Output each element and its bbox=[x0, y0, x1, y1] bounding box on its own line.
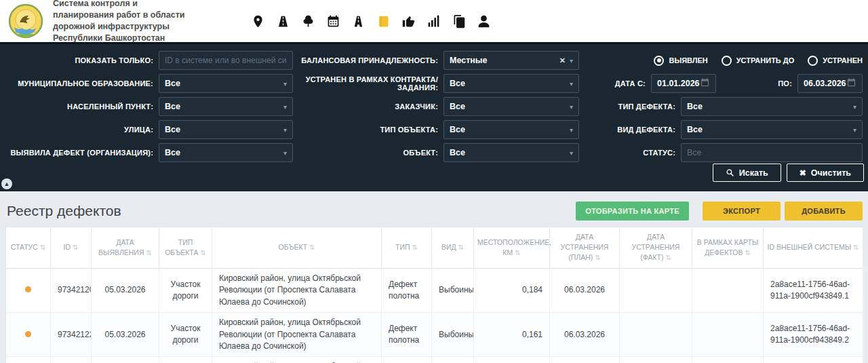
col-type[interactable]: ТИП⇅ bbox=[382, 227, 432, 269]
table-row[interactable]: 97342120 05.03.2026 Участок дороги Киров… bbox=[6, 268, 863, 312]
date-from-field[interactable]: 01.01.2026 bbox=[651, 74, 716, 93]
settlement-select[interactable]: Все ▾ bbox=[159, 97, 293, 116]
filter-actions: Искать ✖ Очистить bbox=[713, 164, 864, 182]
col-date-fact[interactable]: ДАТА УСТРАНЕНИЯ (ФАКТ)⇅ bbox=[620, 227, 692, 269]
table-row[interactable]: 97342122 05.03.2026 Участок дороги Киров… bbox=[6, 313, 863, 357]
status-cell bbox=[6, 313, 51, 357]
collapse-filters-button[interactable]: ▲ bbox=[1, 178, 12, 189]
documents-icon[interactable] bbox=[450, 13, 467, 29]
id-cell: 97342159 bbox=[51, 357, 92, 363]
kind-cell: Выбоины bbox=[432, 268, 474, 312]
sort-icon: ⇅ bbox=[40, 244, 45, 251]
municipality-select[interactable]: Все ▾ bbox=[159, 74, 293, 93]
table-row[interactable]: 97342159 05.03.2026 Участок дороги Киров… bbox=[6, 357, 863, 363]
defect-card-cell bbox=[692, 268, 764, 312]
sort-icon: ⇅ bbox=[515, 249, 520, 256]
location-cell: 0,177 bbox=[474, 357, 550, 363]
date-fact-cell bbox=[620, 268, 692, 312]
map-pin-icon[interactable] bbox=[250, 13, 266, 29]
date-to-field[interactable]: 06.03.2026 bbox=[797, 74, 863, 93]
chevron-down-icon: ▾ bbox=[570, 57, 573, 64]
external-id-cell: 2a8ace11-1756-46ad-911a-1900cf943849.1 bbox=[764, 268, 863, 312]
settlement-label: НАСЕЛЕННЫЙ ПУНКТ: bbox=[5, 102, 153, 111]
id-cell: 97342122 bbox=[51, 313, 92, 357]
tree-icon[interactable] bbox=[300, 13, 316, 29]
kind-cell: Выбоины bbox=[432, 313, 474, 357]
sort-icon: ⇅ bbox=[309, 244, 315, 251]
col-date-found[interactable]: ДАТА ВЫЯВЛЕНИЯ⇅ bbox=[92, 227, 159, 269]
chevron-down-icon: ▾ bbox=[570, 149, 573, 157]
col-id[interactable]: ID⇅ bbox=[51, 227, 92, 269]
object-type-label: ТИП ОБЪЕКТА: bbox=[294, 126, 438, 134]
chevron-down-icon: ▾ bbox=[283, 103, 287, 111]
sort-icon: ⇅ bbox=[412, 244, 418, 251]
object-cell: Кировский район, улица Октябрьской Револ… bbox=[212, 268, 382, 312]
col-status[interactable]: СТАТУС⇅ bbox=[6, 227, 51, 269]
radio-ustranit-do[interactable]: УСТРАНИТЬ ДО bbox=[722, 56, 794, 66]
sort-icon: ⇅ bbox=[146, 249, 151, 256]
location-cell: 0,161 bbox=[474, 313, 550, 357]
show-on-map-button[interactable]: ОТОБРАЗИТЬ НА КАРТЕ bbox=[576, 202, 689, 221]
fixed-in-contract-select[interactable]: Все ▾ bbox=[443, 74, 579, 93]
object-select[interactable]: Все ▾ bbox=[443, 143, 579, 162]
defect-card-cell bbox=[692, 357, 764, 363]
add-button[interactable]: ДОБАВИТЬ bbox=[785, 202, 863, 221]
street-select[interactable]: Все ▾ bbox=[159, 120, 293, 139]
clear-selection-icon[interactable]: ✕ bbox=[559, 56, 566, 65]
defect-type-select[interactable]: Все ▾ bbox=[681, 97, 863, 116]
object-cell: Кировский район, улица Октябрьской Револ… bbox=[212, 313, 382, 357]
sort-icon: ⇅ bbox=[73, 244, 78, 251]
defects-journal-icon[interactable] bbox=[375, 13, 391, 29]
registry-bar: Реестр дефектов ОТОБРАЗИТЬ НА КАРТЕ ЭКСП… bbox=[0, 191, 868, 227]
customer-select[interactable]: Все ▾ bbox=[443, 97, 579, 116]
radio-vyyavlen[interactable]: ВЫЯВЛЕН bbox=[654, 56, 707, 66]
show-only-input[interactable] bbox=[165, 52, 287, 69]
chevron-down-icon: ▾ bbox=[570, 103, 573, 111]
col-external-id[interactable]: ID ВНЕШНЕЙ СИСТЕМЫ⇅ bbox=[764, 227, 863, 269]
street-label: УЛИЦА: bbox=[5, 126, 153, 134]
road-objects-icon[interactable] bbox=[350, 13, 366, 29]
balance-label: БАЛАНСОВАЯ ПРИНАДЛЕЖНОСТЬ: bbox=[294, 56, 438, 64]
municipality-label: МУНИЦИПАЛЬНОЕ ОБРАЗОВАНИЕ: bbox=[5, 79, 153, 88]
defect-kind-select[interactable]: Все ▾ bbox=[681, 120, 863, 139]
date-found-cell: 05.03.2026 bbox=[92, 313, 159, 357]
col-object[interactable]: ОБЪЕКТ⇅ bbox=[212, 227, 382, 269]
status-cell bbox=[6, 357, 51, 363]
col-defect-card[interactable]: В РАМКАХ КАРТЫ ДЕФЕКТОВ⇅ bbox=[692, 227, 764, 269]
fixed-in-contract-label: УСТРАНЕН В РАМКАХ КОНТРАКТА/ЗАДАНИЯ: bbox=[294, 75, 438, 92]
date-plan-cell: 06.03.2026 bbox=[550, 357, 620, 363]
defect-card-cell bbox=[692, 313, 764, 357]
chevron-down-icon: ▾ bbox=[853, 103, 856, 111]
balance-select[interactable]: Местные ✕ ▾ bbox=[443, 51, 579, 70]
table-header-row: СТАТУС⇅ ID⇅ ДАТА ВЫЯВЛЕНИЯ⇅ ТИП ОБЪЕКТА⇅… bbox=[6, 227, 863, 269]
col-object-type[interactable]: ТИП ОБЪЕКТА⇅ bbox=[159, 227, 212, 269]
object-type-select[interactable]: Все ▾ bbox=[443, 120, 579, 139]
road-icon[interactable] bbox=[275, 13, 291, 29]
id-cell: 97342120 bbox=[51, 268, 92, 312]
col-kind[interactable]: ВИД⇅ bbox=[432, 227, 474, 269]
top-nav bbox=[250, 13, 492, 29]
object-cell: Кировский район, улица Октябрьской Револ… bbox=[212, 357, 382, 363]
col-location[interactable]: МЕСТОПОЛОЖЕНИЕ, КМ⇅ bbox=[474, 227, 550, 269]
export-button[interactable]: ЭКСПОРТ bbox=[703, 202, 781, 221]
calendar-icon[interactable] bbox=[325, 13, 341, 29]
sort-icon: ⇅ bbox=[200, 249, 205, 256]
radio-ustranen[interactable]: УСТРАНЕН bbox=[808, 56, 863, 66]
chevron-down-icon: ▾ bbox=[283, 149, 287, 157]
page-title: Реестр дефектов bbox=[7, 203, 576, 219]
search-icon bbox=[726, 168, 734, 177]
date-found-cell: 05.03.2026 bbox=[92, 268, 159, 312]
found-by-org-select[interactable]: Все ▾ bbox=[159, 143, 293, 162]
sort-icon: ⇅ bbox=[665, 254, 671, 261]
sort-icon: ⇅ bbox=[745, 249, 750, 256]
sort-icon: ⇅ bbox=[853, 244, 859, 251]
statistics-icon[interactable] bbox=[425, 13, 441, 29]
thumbs-up-icon[interactable] bbox=[400, 13, 416, 29]
radio-dot-icon bbox=[722, 56, 732, 66]
col-date-plan[interactable]: ДАТА УСТРАНЕНИЯ (ПЛАН)⇅ bbox=[550, 227, 620, 269]
search-button[interactable]: Искать bbox=[713, 164, 781, 182]
defects-table: СТАТУС⇅ ID⇅ ДАТА ВЫЯВЛЕНИЯ⇅ ТИП ОБЪЕКТА⇅… bbox=[5, 227, 863, 363]
clear-button[interactable]: ✖ Очистить bbox=[787, 164, 864, 182]
app-title: Система контроля и планирования работ в … bbox=[53, 0, 201, 44]
user-icon[interactable] bbox=[475, 13, 492, 29]
